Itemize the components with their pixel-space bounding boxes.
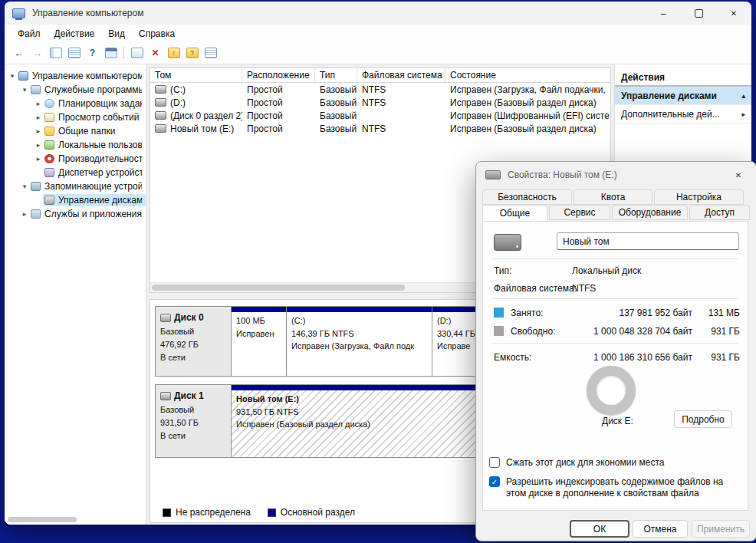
volume-status: Исправен (Шифрованный (EFI) систе	[445, 110, 610, 121]
column-header-status[interactable]: Состояние	[445, 68, 610, 82]
tree-item-storage[interactable]: Запоминающие устройст	[5, 179, 146, 193]
compress-checkbox[interactable]: Сжать этот диск для экономии места	[489, 457, 664, 469]
used-space-size: 131 МБ	[708, 308, 740, 318]
close-button[interactable]	[716, 2, 751, 25]
tree-item-label: Служебные программы	[44, 84, 142, 95]
tree-item-local-users[interactable]: Локальные пользовате	[5, 138, 146, 152]
chevron-right-icon[interactable]	[34, 100, 43, 107]
tree-item-label: Запоминающие устройст	[44, 181, 142, 192]
tab-hardware[interactable]: Оборудование	[612, 205, 688, 220]
free-space-size: 931 ГБ	[711, 326, 740, 337]
back-icon[interactable]: ←	[11, 45, 27, 61]
disk-0-header[interactable]: Диск 0 Базовый 476,92 ГБ В сети	[155, 306, 232, 377]
tree-item-system-tools[interactable]: Служебные программы	[5, 83, 146, 97]
console-window-icon[interactable]	[103, 45, 119, 61]
free-space-bytes: 1 000 048 328 704 байт	[593, 326, 692, 337]
action-pane-icon[interactable]	[129, 45, 145, 61]
scrollbar-thumb[interactable]	[8, 517, 77, 522]
menu-view[interactable]: Вид	[101, 26, 132, 41]
chevron-right-icon[interactable]	[34, 114, 43, 121]
volume-row-efi[interactable]: (Диск 0 раздел 2) Простой Базовый Исправ…	[150, 109, 610, 122]
storage-icon	[31, 182, 41, 191]
chevron-right-icon[interactable]	[34, 127, 43, 135]
tree-item-performance[interactable]: Производительность	[5, 152, 146, 166]
chevron-down-icon[interactable]	[20, 86, 29, 94]
chevron-right-icon[interactable]	[20, 210, 29, 218]
menu-action[interactable]: Действие	[48, 26, 102, 41]
chevron-right-icon[interactable]	[34, 141, 43, 149]
cancel-button[interactable]: Отмена	[633, 520, 688, 538]
computer-icon	[18, 71, 28, 81]
chevron-right-icon[interactable]	[741, 110, 745, 118]
volume-row-new-volume[interactable]: Новый том (E:) Простой Базовый NTFS Испр…	[150, 122, 610, 135]
help-topics-icon[interactable]: ?	[184, 45, 200, 61]
index-checkbox[interactable]: Разрешить индексировать содержимое файло…	[489, 476, 745, 499]
column-header-volume[interactable]: Том	[150, 68, 242, 82]
action-disk-management[interactable]: Управление дисками	[615, 87, 751, 105]
tab-security[interactable]: Безопасность	[482, 189, 572, 205]
tree-item-label: Управление дисками	[58, 195, 142, 206]
help-icon[interactable]: ?	[84, 45, 100, 61]
volume-layout: Простой	[242, 110, 315, 121]
export-list-icon[interactable]	[66, 45, 82, 61]
column-header-filesystem[interactable]: Файловая система	[357, 68, 445, 82]
tab-sharing[interactable]: Доступ	[689, 205, 750, 220]
checkbox-unchecked-icon[interactable]	[489, 457, 500, 468]
tree-item-computer-management[interactable]: Управление компьютером (л	[5, 69, 146, 83]
up-level-icon[interactable]: ↑	[166, 45, 182, 61]
menu-file[interactable]: Файл	[11, 26, 48, 41]
dialog-titlebar: Свойства: Новый том (E:)	[476, 162, 756, 188]
tree-item-shared-folders[interactable]: Общие папки	[5, 124, 146, 138]
partition-100mb[interactable]: 100 МБ Исправен	[232, 307, 287, 376]
column-header-type[interactable]: Тип	[315, 68, 357, 82]
disk-kind: Базовый	[160, 403, 226, 416]
used-space-bytes: 137 981 952 байт	[619, 308, 692, 318]
action-more-actions[interactable]: Дополнительные дей...	[615, 105, 751, 123]
checkbox-checked-icon[interactable]	[489, 476, 500, 487]
details-view-icon[interactable]	[202, 45, 219, 61]
capacity-label: Емкость:	[494, 352, 531, 363]
maximize-button[interactable]	[681, 2, 716, 25]
legend-label: Основной раздел	[281, 507, 355, 518]
chevron-up-icon[interactable]	[741, 92, 745, 100]
dialog-close-button[interactable]	[725, 165, 751, 185]
chevron-down-icon[interactable]	[8, 72, 17, 80]
show-console-tree-icon[interactable]	[48, 45, 64, 61]
tree-item-device-manager[interactable]: Диспетчер устройств	[5, 166, 146, 179]
device-icon	[44, 168, 54, 177]
tree-item-task-scheduler[interactable]: Планировщик заданий	[5, 97, 146, 110]
tree-item-label: Производительность	[58, 153, 142, 164]
tree-item-disk-management[interactable]: Управление дисками	[5, 193, 146, 207]
partition-line: Исправен (Загрузка, Файл подк	[291, 340, 427, 353]
tree-item-services[interactable]: Службы и приложения	[5, 207, 146, 221]
delete-icon[interactable]: ✕	[147, 45, 163, 61]
tab-customize[interactable]: Настройка	[654, 189, 744, 205]
column-header-layout[interactable]: Расположение	[242, 68, 315, 82]
forward-icon[interactable]: →	[29, 45, 45, 61]
partition-c[interactable]: (C:) 146,39 ГБ NTFS Исправен (Загрузка, …	[287, 307, 432, 376]
menu-help[interactable]: Справка	[132, 26, 182, 41]
apply-button[interactable]: Применить	[692, 520, 750, 538]
volume-label-input[interactable]	[557, 232, 739, 250]
titlebar: Управление компьютером	[5, 2, 751, 25]
details-button[interactable]: Подробно	[674, 410, 732, 428]
disk-status: В сети	[160, 351, 226, 364]
volume-row-c[interactable]: (C:) Простой Базовый NTFS Исправен (Загр…	[150, 83, 610, 96]
scrollbar-thumb[interactable]	[152, 285, 405, 291]
minimize-button[interactable]	[646, 2, 681, 25]
console-tree: Управление компьютером (л Служебные прог…	[5, 64, 146, 525]
tab-general[interactable]: Общие	[482, 205, 547, 221]
partition-line: Исправен	[236, 327, 281, 341]
drive-icon	[485, 170, 501, 179]
tab-quota[interactable]: Квота	[574, 189, 652, 205]
volume-row-d[interactable]: (D:) Простой Базовый NTFS Исправен (Базо…	[150, 96, 610, 109]
tree-horizontal-scrollbar[interactable]	[6, 515, 144, 524]
chevron-down-icon[interactable]	[20, 183, 29, 190]
tab-tools[interactable]: Сервис	[549, 205, 610, 220]
partition-line: 146,39 ГБ NTFS	[291, 327, 427, 341]
volume-icon	[155, 98, 166, 107]
chevron-right-icon[interactable]	[34, 155, 43, 163]
disk-1-header[interactable]: Диск 1 Базовый 931,50 ГБ В сети	[155, 384, 232, 458]
ok-button[interactable]: ОК	[570, 520, 629, 538]
tree-item-event-viewer[interactable]: Просмотр событий	[5, 110, 146, 124]
